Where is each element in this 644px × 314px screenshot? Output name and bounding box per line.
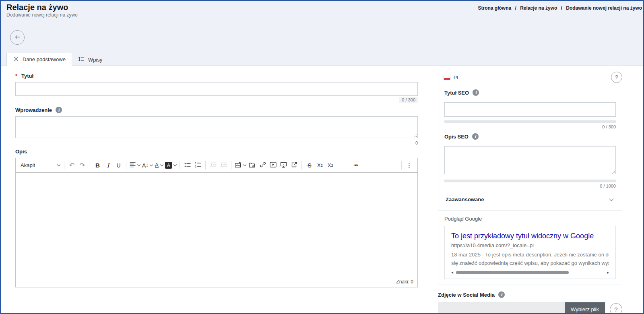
google-preview-description-line: się znaleźć odpowiednią część wpisu, aby…: [451, 259, 609, 267]
tytul-counter-row: 0 / 300: [15, 97, 418, 103]
superscript-button[interactable]: X2: [325, 160, 335, 170]
font-color-icon: A: [155, 162, 159, 168]
video-icon: [270, 162, 277, 169]
scroll-left-icon[interactable]: ◂: [451, 271, 453, 275]
breadcrumb-separator: /: [561, 5, 562, 11]
page-titles: Relacje na żywo Dodawanie nowej relacji …: [6, 1, 78, 18]
opis-seo-char-counter: 0 / 1000: [600, 184, 616, 188]
scrollbar-track[interactable]: [456, 271, 604, 274]
svg-text:2: 2: [195, 165, 196, 167]
breadcrumb-item-home[interactable]: Strona główna: [478, 5, 512, 11]
svg-text:♪: ♪: [283, 162, 284, 166]
chevron-down-icon: [160, 163, 163, 166]
scrollbar-thumb[interactable]: [456, 271, 569, 274]
tytul-label-row: * Tytuł: [15, 73, 418, 79]
language-tab-pl[interactable]: PL: [438, 71, 465, 84]
wprowadzenie-label-row: Wprowadzenie i: [15, 107, 418, 113]
editor-char-counter: Znaki: 0: [396, 279, 413, 285]
google-preview-box: To jest przykładowy tytuł widoczny w Goo…: [444, 226, 616, 279]
numbered-list-button[interactable]: 12: [193, 160, 203, 170]
outdent-button[interactable]: [208, 160, 218, 170]
alignment-dropdown[interactable]: [129, 160, 141, 170]
subscript-button[interactable]: X2: [315, 160, 325, 170]
tytul-seo-counter-row: 0 / 300: [444, 124, 616, 129]
poland-flag-icon: [444, 76, 450, 80]
choose-file-button[interactable]: Wybierz plik: [565, 302, 605, 314]
info-icon[interactable]: i: [498, 291, 505, 298]
strikethrough-button[interactable]: S: [304, 160, 314, 170]
paragraph-style-dropdown[interactable]: Akapit: [19, 160, 62, 171]
chevron-down-icon: [609, 196, 613, 201]
content-area: * Tytuł 0 / 300 Wprowadzenie i 0 Opis: [1, 66, 643, 313]
google-preview-label: Podgląd Google: [444, 216, 616, 222]
tab-label: Wpisy: [88, 57, 102, 63]
toolbar-separator: [231, 161, 231, 169]
advanced-section-toggle[interactable]: Zaawansowane: [444, 192, 616, 206]
bulleted-list-icon: [184, 162, 191, 169]
background-color-dropdown[interactable]: A: [164, 160, 177, 170]
tytul-seo-label: Tytuł SEO: [444, 90, 469, 96]
tytul-label: Tytuł: [21, 73, 33, 79]
tab-dane-podstawowe[interactable]: Dane podstawowe: [6, 53, 72, 66]
breadcrumb: Strona główna / Relacje na żywo / Dodawa…: [478, 1, 642, 11]
chevron-down-icon: [243, 163, 246, 166]
info-icon[interactable]: i: [473, 89, 479, 96]
editor-toolbar: Akapit ↶ ↷ B I U: [16, 158, 417, 173]
bulleted-list-button[interactable]: [182, 160, 192, 170]
superscript-base: X: [328, 162, 331, 168]
media-browser-button[interactable]: [247, 160, 257, 170]
page-subtitle: Dodawanie nowej relacji na żywo: [6, 12, 78, 18]
google-preview-title[interactable]: To jest przykładowy tytuł widoczny w Goo…: [451, 231, 609, 241]
info-icon[interactable]: i: [472, 133, 479, 140]
undo-button[interactable]: ↶: [67, 160, 77, 170]
editor-content-area[interactable]: [16, 173, 417, 276]
toolbar-separator: [126, 161, 126, 169]
redo-button[interactable]: ↷: [77, 160, 87, 170]
embed-media-button[interactable]: ♪: [279, 160, 289, 170]
bold-button[interactable]: B: [93, 160, 103, 170]
toolbar-separator: [338, 161, 338, 169]
horizontal-line-button[interactable]: —: [341, 160, 351, 170]
underline-button[interactable]: U: [114, 160, 124, 170]
font-size-dropdown[interactable]: A↕: [141, 160, 153, 170]
opis-seo-textarea[interactable]: [444, 146, 616, 174]
social-media-label: Zdjęcie w Social Media: [438, 292, 495, 298]
scroll-right-icon[interactable]: ▸: [607, 271, 609, 275]
help-button[interactable]: ?: [611, 72, 622, 83]
panel-divider: [438, 210, 622, 211]
wprowadzenie-textarea[interactable]: [15, 116, 418, 138]
tytul-seo-input[interactable]: [444, 102, 616, 117]
breadcrumb-item-section[interactable]: Relacje na żywo: [520, 5, 557, 11]
tytul-input[interactable]: [15, 82, 418, 96]
tab-wpisy[interactable]: Wpisy: [72, 54, 108, 66]
back-button[interactable]: [10, 30, 25, 45]
tytul-char-counter: 0 / 300: [399, 97, 418, 103]
external-link-button[interactable]: [289, 160, 299, 170]
external-link-icon: [291, 161, 297, 169]
gear-icon: [13, 56, 19, 63]
insert-image-dropdown[interactable]: [234, 160, 247, 170]
opis-seo-counter-row: 0 / 1000: [444, 184, 616, 188]
font-color-dropdown[interactable]: A: [154, 160, 164, 170]
tytul-seo-char-counter: 0 / 300: [602, 124, 616, 129]
more-options-button[interactable]: ⋮: [404, 160, 414, 170]
insert-video-button[interactable]: [268, 160, 278, 170]
toolbar-separator: [401, 161, 402, 169]
outdent-icon: [210, 162, 217, 169]
chevron-down-icon: [57, 163, 60, 166]
wprowadzenie-char-counter: 0: [415, 140, 418, 145]
blockquote-button[interactable]: “: [351, 160, 361, 170]
toolbar-separator: [64, 161, 64, 169]
indent-button[interactable]: [219, 160, 229, 170]
advanced-label: Zaawansowane: [446, 196, 484, 202]
help-button[interactable]: ?: [610, 303, 622, 314]
google-preview-url: https://a10.4media.com/?_locale=pl: [451, 242, 609, 249]
link-icon: [260, 161, 266, 169]
file-upload-field[interactable]: Wybierz plik: [438, 302, 605, 314]
font-size-icon: A: [142, 162, 146, 169]
info-icon[interactable]: i: [56, 107, 62, 113]
italic-button[interactable]: I: [103, 160, 113, 170]
link-button[interactable]: [258, 160, 268, 170]
chevron-down-icon: [137, 163, 140, 166]
app-window: Relacje na żywo Dodawanie nowej relacji …: [0, 0, 644, 314]
